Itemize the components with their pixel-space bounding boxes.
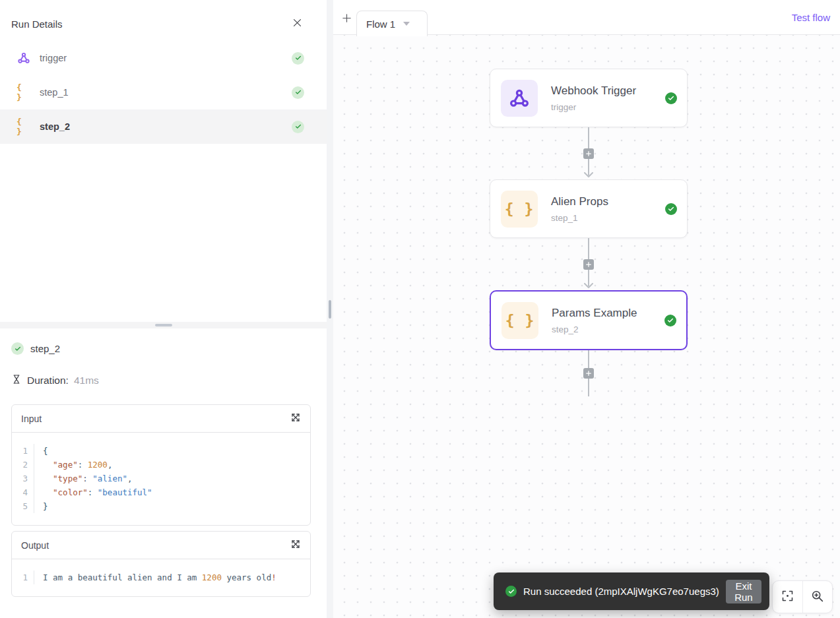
braces-icon (501, 191, 538, 228)
node-texts: Webhook Trigger trigger (551, 84, 676, 112)
output-card: Output 1I am a beautiful alien and I am … (11, 531, 311, 597)
add-flow-button[interactable] (341, 13, 352, 26)
app-window: Run Details trigger (0, 0, 840, 618)
panel-resize-handle-horizontal[interactable] (0, 322, 327, 328)
success-check-badge (665, 203, 677, 215)
fit-to-view-button[interactable] (773, 581, 802, 613)
node-subtitle: step_2 (552, 324, 676, 334)
input-code-block: 1{2 "age": 1200,3 "type": "alien",4 "col… (12, 433, 310, 525)
input-card: Input 1{2 "age": 1200,3 "type": "alien",… (11, 404, 311, 526)
webhook-icon (16, 51, 31, 65)
node-texts: Alien Props step_1 (551, 195, 676, 223)
canvas-zoom-toolbar (772, 580, 833, 613)
code-line: 3 "type": "alien", (12, 472, 310, 485)
add-step-button[interactable] (583, 148, 594, 159)
webhook-icon (501, 80, 538, 117)
success-check-badge (292, 52, 304, 65)
line-number: 3 (12, 472, 34, 485)
node-title: Alien Props (551, 195, 676, 208)
code-text: I am a beautiful alien and I am 1200 yea… (34, 571, 276, 584)
line-number: 4 (12, 485, 34, 499)
run-steps-section: Run Details trigger (0, 0, 327, 322)
expand-input-button[interactable] (290, 412, 301, 425)
expand-output-button[interactable] (290, 539, 301, 551)
code-text: "age": 1200, (34, 458, 112, 472)
code-line: 5} (12, 499, 310, 513)
step-row-label: step_2 (40, 121, 292, 132)
drag-grip (155, 324, 172, 326)
output-label: Output (21, 540, 49, 551)
add-step-button[interactable] (583, 259, 594, 270)
line-number: 5 (12, 499, 34, 513)
node-subtitle: trigger (551, 102, 676, 112)
connector (490, 127, 688, 179)
zoom-in-button[interactable] (802, 581, 833, 613)
step-row-label: step_1 (40, 87, 292, 98)
plus-icon (341, 13, 352, 26)
line-number: 1 (12, 444, 34, 458)
flow-node-params-example[interactable]: Params Example step_2 (490, 290, 688, 350)
expand-icon (290, 539, 301, 551)
test-flow-button[interactable]: Test flow (792, 12, 830, 23)
flow-node-webhook-trigger[interactable]: Webhook Trigger trigger (490, 69, 688, 127)
success-check-badge (665, 92, 677, 104)
step-heading: step_2 (11, 342, 311, 355)
chevron-down-icon (403, 22, 410, 26)
code-line: 1I am a beautiful alien and I am 1200 ye… (12, 571, 310, 584)
hourglass-icon (11, 374, 22, 387)
connector (490, 350, 688, 396)
expand-icon (290, 412, 301, 425)
code-text: "color": "beautiful" (34, 485, 152, 499)
close-icon (292, 17, 303, 30)
run-succeeded-toast: Run succeeded (2mpIXAljWgKG7eo7uegs3) Ex… (494, 572, 769, 610)
output-code-block: 1I am a beautiful alien and I am 1200 ye… (12, 559, 310, 596)
flow-tab[interactable]: Flow 1 (356, 11, 428, 36)
node-title: Webhook Trigger (551, 84, 676, 98)
toast-message: Run succeeded (2mpIXAljWgKG7eo7uegs3) (523, 586, 719, 597)
step-details-section: step_2 Duration: 41ms Input (0, 328, 327, 618)
code-text: } (34, 499, 48, 513)
code-line: 2 "age": 1200, (12, 458, 310, 472)
output-card-header: Output (12, 532, 310, 559)
panel-resize-handle-vertical[interactable] (327, 0, 333, 618)
braces-icon (501, 302, 538, 339)
close-panel-button[interactable] (292, 17, 303, 30)
success-check-badge (292, 121, 304, 133)
braces-icon (16, 117, 31, 137)
success-check-badge (11, 342, 24, 355)
flow-canvas: Flow 1 Test flow Webhook Trigger trigger (333, 0, 840, 618)
flow-graph-area[interactable]: Webhook Trigger trigger (333, 35, 840, 618)
node-texts: Params Example step_2 (552, 307, 676, 334)
code-text: { (34, 444, 48, 458)
input-label: Input (21, 414, 42, 424)
input-card-header: Input (12, 405, 310, 433)
selected-step-name: step_2 (30, 343, 60, 354)
flow-tabbar: Flow 1 Test flow (333, 0, 840, 35)
focus-center-icon (781, 589, 794, 605)
success-check-icon (505, 586, 517, 597)
panel-header: Run Details (0, 0, 327, 41)
line-number: 2 (12, 458, 34, 472)
step-row-step-2[interactable]: step_2 (0, 109, 327, 144)
node-title: Params Example (552, 307, 676, 320)
step-row-trigger[interactable]: trigger (0, 41, 327, 75)
duration-row: Duration: 41ms (11, 374, 311, 387)
exit-run-button[interactable]: Exit Run (726, 580, 761, 603)
node-subtitle: step_1 (551, 213, 676, 223)
duration-label: Duration: (27, 375, 69, 386)
zoom-in-icon (810, 589, 824, 605)
connector (490, 238, 688, 290)
code-text: "type": "alien", (34, 472, 133, 485)
braces-icon (16, 82, 31, 102)
flow-tab-label: Flow 1 (366, 18, 395, 30)
code-line: 1{ (12, 444, 310, 458)
code-line: 4 "color": "beautiful" (12, 485, 310, 499)
step-row-step-1[interactable]: step_1 (0, 75, 327, 109)
success-check-badge (292, 86, 304, 99)
flow-node-alien-props[interactable]: Alien Props step_1 (490, 179, 688, 238)
step-row-label: trigger (40, 53, 292, 63)
panel-title: Run Details (11, 18, 63, 30)
add-step-button[interactable] (583, 368, 594, 379)
drag-grip (329, 300, 331, 319)
duration-value: 41ms (74, 375, 99, 386)
